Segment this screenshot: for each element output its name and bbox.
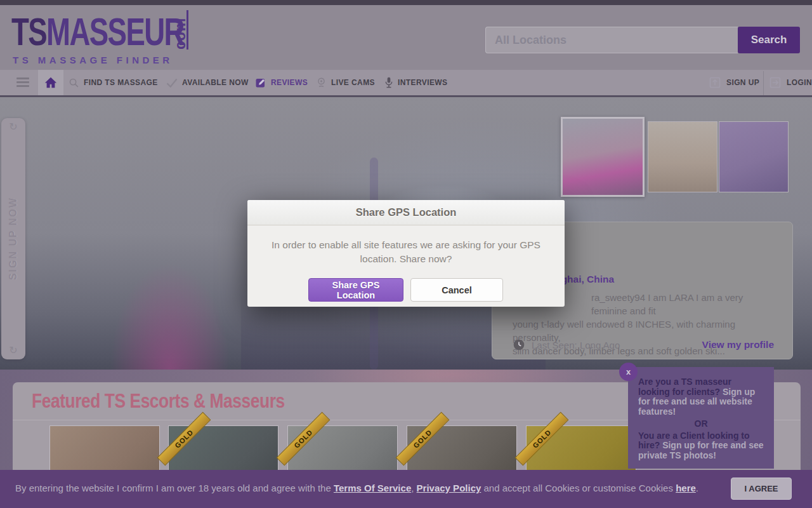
modal-header: Share GPS Location — [247, 200, 565, 225]
nav-label: INTERVIEWS — [398, 78, 447, 87]
nav-item-available-now[interactable]: AVAILABLE NOW — [166, 70, 249, 95]
hamburger-menu-icon[interactable] — [16, 77, 29, 88]
webcam-icon — [316, 77, 327, 88]
top-strip — [0, 0, 812, 5]
profile-photo-thumbnail[interactable] — [648, 121, 717, 192]
cancel-button[interactable]: Cancel — [410, 278, 503, 302]
cookie-consent-text: By entering the website I confirm I am o… — [15, 483, 719, 493]
logo-wordmark: TSMASSEUR — [11, 9, 184, 54]
home-icon — [44, 76, 58, 90]
location-search-input[interactable] — [485, 27, 738, 53]
privacy-policy-link[interactable]: Privacy Policy — [417, 483, 481, 493]
search-icon — [69, 77, 79, 88]
nav-item-find-ts-massage[interactable]: FIND TS MASSAGE — [69, 70, 158, 95]
profile-photo-thumbnail[interactable] — [719, 121, 789, 192]
nav-label: SIGN UP — [726, 78, 759, 87]
nav-item-reviews[interactable]: REVIEWS — [255, 70, 308, 95]
share-gps-button[interactable]: Share GPS Location — [308, 278, 403, 302]
main-nav: FIND TS MASSAGE AVAILABLE NOW REVIEWS LI… — [0, 70, 812, 97]
terms-of-service-link[interactable]: Terms Of Service — [334, 483, 411, 493]
site-logo[interactable]: TSMASSEUR com TS MASSAGE FINDER — [11, 9, 202, 67]
side-banner-label: SIGN UP NOW — [8, 197, 19, 280]
nav-divider — [763, 71, 764, 95]
view-profile-link[interactable]: View my profile — [702, 339, 774, 351]
nav-item-interviews[interactable]: INTERVIEWS — [384, 70, 447, 95]
nav-item-signup[interactable]: SIGN UP — [709, 70, 759, 95]
featured-title: Featured TS Escorts & Masseurs — [32, 390, 285, 413]
check-icon — [166, 78, 178, 88]
i-agree-button[interactable]: I AGREE — [731, 478, 792, 500]
login-arrow-icon — [769, 76, 782, 89]
clock-icon — [513, 338, 525, 351]
nav-label: AVAILABLE NOW — [182, 78, 249, 87]
cookie-text-before: By entering the website I confirm I am o… — [15, 483, 334, 493]
cookie-text-end: . — [696, 483, 698, 493]
modal-title: Share GPS Location — [356, 206, 457, 218]
nav-label: REVIEWS — [271, 78, 308, 87]
site-header: TSMASSEUR com TS MASSAGE FINDER Search — [0, 5, 812, 70]
modal-body-text: In order to enable all site features we … — [270, 238, 542, 266]
profile-description-line: ra_sweety94 I am LARA I am a very femini… — [591, 291, 774, 318]
microphone-icon — [384, 77, 393, 89]
logo-tagline: TS MASSAGE FINDER — [13, 55, 173, 65]
customise-cookies-link[interactable]: here — [676, 483, 696, 493]
profile-photo-thumbnail-selected[interactable] — [561, 117, 645, 197]
nav-item-live-cams[interactable]: LIVE CAMS — [316, 70, 375, 95]
refresh-icon: ↻ — [9, 122, 17, 132]
logo-masseur: MASSEUR — [46, 10, 184, 53]
nav-item-login[interactable]: LOGIN — [769, 70, 812, 95]
logo-tld: com — [172, 10, 188, 50]
nav-item-home[interactable] — [38, 70, 63, 95]
nav-label: FIND TS MASSAGE — [84, 78, 158, 87]
logo-ts: TS — [11, 10, 46, 53]
nav-label: LOGIN — [787, 78, 812, 87]
promo-or: OR — [638, 419, 764, 429]
search-button[interactable]: Search — [738, 27, 800, 53]
share-gps-modal: Share GPS Location In order to enable al… — [247, 200, 565, 307]
signup-now-side-banner[interactable]: ↻ SIGN UP NOW ↻ — [1, 118, 25, 359]
cookie-text-middle: and accept all Cookies or customise Cook… — [481, 483, 676, 493]
promo-close-button[interactable]: x — [619, 363, 638, 381]
nav-label: LIVE CAMS — [331, 78, 375, 87]
signup-promo-box: Are you a TS masseur looking for clients… — [628, 367, 774, 469]
signup-arrow-icon — [709, 76, 721, 89]
cookie-separator: , — [411, 483, 416, 493]
edit-square-icon — [255, 77, 266, 88]
refresh-icon: ↻ — [9, 345, 17, 356]
page: TSMASSEUR com TS MASSAGE FINDER Search F… — [0, 0, 812, 508]
cookie-consent-bar: By entering the website I confirm I am o… — [0, 470, 812, 508]
last-seen-text: Last Seen: Long Ago — [532, 340, 620, 351]
last-seen-row: Last Seen: Long Ago View my profile — [513, 338, 774, 352]
promo-question-masseur: Are you a TS masseur looking for clients… — [638, 377, 731, 397]
